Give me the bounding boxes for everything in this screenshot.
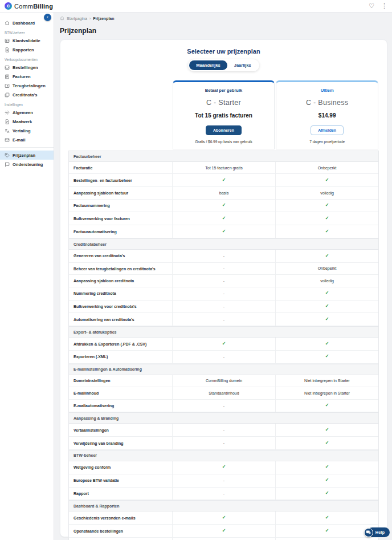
- feature-name: Openstaande bestellingen: [69, 525, 172, 537]
- starter-value: basis: [172, 187, 275, 198]
- check-icon: ✓: [222, 341, 226, 347]
- sidebar-item-klantvalidatie[interactable]: Klantvalidatie: [0, 36, 54, 45]
- check-icon: ✓: [325, 427, 329, 433]
- comparison-table: FactuurbeheerFacturatieTot 15 facturen g…: [68, 151, 379, 540]
- sidebar-section-label: BTW-beheer: [0, 27, 54, 36]
- translate-icon: [5, 128, 10, 133]
- sidebar-item-rapporten[interactable]: Rapporten: [0, 45, 54, 54]
- check-icon: ✓: [325, 202, 329, 209]
- check-icon: ✓: [325, 515, 329, 521]
- sidebar-item-label: Ondersteuning: [13, 162, 43, 167]
- toggle-yearly[interactable]: Jaarlijks: [227, 60, 258, 70]
- check-icon: ✓: [222, 202, 226, 209]
- billing-period-toggle: Maandelijks Jaarlijks: [188, 59, 259, 71]
- table-section-header: Aanpassing & Branding: [69, 412, 378, 424]
- sidebar-item-label: Creditnota's: [13, 92, 37, 98]
- feature-name: E-mailinhoud: [69, 387, 172, 399]
- business-value: ✓: [275, 338, 378, 350]
- sidebar-item-vertaling[interactable]: Vertaling: [0, 126, 54, 135]
- feature-name: Totale facturen: [69, 538, 172, 540]
- badge-icon: [5, 38, 10, 43]
- sidebar-item-creditnota-s[interactable]: Creditnota's: [0, 90, 54, 99]
- table-section-header: Factuurbeheer: [69, 151, 378, 162]
- feature-name: Exporteren (.XML): [69, 351, 172, 363]
- sidebar-divider: [0, 147, 54, 148]
- table-row: E-mailinhoudStandaardinhoudNiet inbegrep…: [69, 387, 378, 399]
- business-value: ✓: [275, 313, 378, 326]
- feature-name: Aanpassing sjabloon creditnota: [69, 275, 172, 286]
- business-value: ✓: [275, 174, 378, 186]
- sidebar-item-ondersteuning[interactable]: Ondersteuning: [0, 160, 54, 169]
- selector-title: Selecteer uw prijzenplan: [68, 48, 379, 55]
- feature-name: Vertaalinstellingen: [69, 424, 172, 436]
- invoice-icon: [5, 74, 10, 79]
- help-button[interactable]: Help: [364, 527, 390, 537]
- table-row: Bulkverwerking voor creditnota's-✓: [69, 301, 378, 314]
- check-icon: ✓: [222, 216, 226, 222]
- sidebar-item-maatwerk[interactable]: Maatwerk: [0, 117, 54, 126]
- kebab-menu-icon[interactable]: ⋮: [381, 3, 387, 9]
- table-row: Geschiedenis verzonden e-mails✓✓: [69, 511, 378, 525]
- starter-value: ✓: [172, 174, 275, 186]
- business-value: ✓: [275, 351, 378, 363]
- sidebar-nav: DashboardBTW-beheerKlantvalidatieRapport…: [0, 18, 54, 169]
- table-row: Afdrukken & Exporteren (.PDF & .CSV)✓✓: [69, 338, 378, 351]
- feature-name: Beheer van terugbetalingen en creditnota…: [69, 263, 172, 274]
- sidebar-item-label: Facturen: [13, 74, 31, 79]
- plan-tagline: Ultiem: [280, 88, 374, 93]
- unsubscribe-button[interactable]: Afmelden: [311, 125, 344, 135]
- brand-logo-icon: c: [5, 2, 12, 10]
- sidebar-item-label: Klantvalidatie: [13, 38, 40, 43]
- sidebar-collapse-button[interactable]: ‹: [44, 14, 51, 21]
- check-icon: ✓: [325, 216, 329, 222]
- business-value: ✓: [275, 301, 378, 313]
- feature-name: E-mailautomatisering: [69, 400, 172, 412]
- favorite-icon[interactable]: ♡: [369, 3, 374, 9]
- starter-value: -: [172, 437, 275, 449]
- starter-value: -: [172, 474, 275, 487]
- sidebar-item-label: Bestellingen: [13, 65, 38, 70]
- feature-name: Nummering creditnota: [69, 287, 172, 300]
- sidebar-item-e-mail[interactable]: E-mail: [0, 135, 54, 144]
- starter-value: ✓: [172, 461, 275, 474]
- check-icon: ✓: [325, 403, 329, 409]
- dash-value: -: [223, 253, 224, 258]
- top-bar: c CommBilling ♡ ⋮: [0, 0, 392, 13]
- home-icon: [60, 16, 64, 21]
- business-value: ✓: [275, 200, 378, 212]
- starter-value: -: [172, 275, 275, 286]
- toggle-monthly[interactable]: Maandelijks: [189, 60, 227, 70]
- table-row: Verwijdering van branding-✓: [69, 437, 378, 450]
- starter-value: ✓: [172, 212, 275, 225]
- sidebar-item-prijzenplan[interactable]: Prijzenplan: [0, 151, 54, 160]
- business-value: ✓: [275, 400, 378, 412]
- layers-icon: [5, 92, 10, 98]
- feature-name: Bulkverwerking voor creditnota's: [69, 301, 172, 313]
- check-icon: ✓: [325, 316, 329, 323]
- plans-row-spacer: [68, 80, 172, 149]
- check-icon: ✓: [325, 440, 329, 446]
- check-icon: ✓: [325, 341, 329, 347]
- chat-icon: [5, 162, 10, 167]
- check-icon: ✓: [222, 464, 226, 470]
- table-row: Exporteren (.XML)-✓: [69, 351, 378, 364]
- sidebar-item-algemeen[interactable]: Algemeen: [0, 108, 54, 117]
- business-value: ✓: [275, 250, 378, 262]
- sidebar-item-terugbetalingen[interactable]: Terugbetalingen: [0, 81, 54, 90]
- table-row: DomeininstellingenCommBilling domeinNiet…: [69, 375, 378, 387]
- starter-value: -: [172, 301, 275, 313]
- dash-value: -: [223, 291, 224, 296]
- table-row: Factuurautomatisering✓✓: [69, 225, 378, 238]
- business-value: ✓: [275, 437, 378, 449]
- table-row: Europese BTW-validatie-✓: [69, 474, 378, 488]
- check-icon: ✓: [325, 290, 329, 297]
- starter-value: ✓: [172, 538, 275, 540]
- starter-value: -: [172, 250, 275, 262]
- subscribe-button[interactable]: Abonneren: [206, 125, 242, 135]
- sidebar-item-bestellingen[interactable]: Bestellingen: [0, 63, 54, 72]
- main-content: Startpagina › Prijzenplan Prijzenplan Se…: [54, 13, 392, 540]
- breadcrumb-home[interactable]: Startpagina: [67, 17, 87, 21]
- business-value: ✓: [275, 461, 378, 474]
- sidebar-item-facturen[interactable]: Facturen: [0, 72, 54, 81]
- plan-tagline: Betaal per gebruik: [177, 88, 271, 93]
